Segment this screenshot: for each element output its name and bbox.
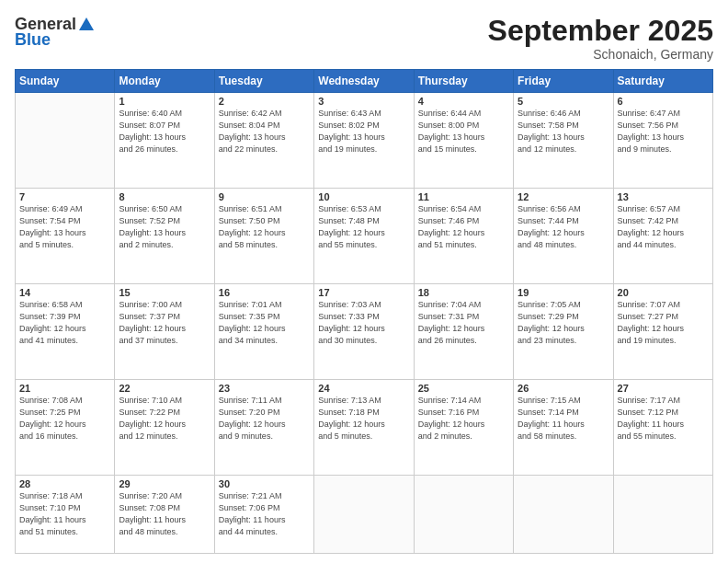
calendar-cell: 27Sunrise: 7:17 AM Sunset: 7:12 PM Dayli…	[613, 379, 712, 475]
calendar-cell: 3Sunrise: 6:43 AM Sunset: 8:02 PM Daylig…	[314, 93, 414, 189]
calendar-cell: 17Sunrise: 7:03 AM Sunset: 7:33 PM Dayli…	[314, 283, 414, 379]
day-number: 6	[618, 96, 709, 107]
day-info: Sunrise: 7:21 AM Sunset: 7:06 PM Dayligh…	[219, 490, 310, 538]
day-number: 24	[318, 383, 409, 394]
calendar-cell: 18Sunrise: 7:04 AM Sunset: 7:31 PM Dayli…	[414, 283, 513, 379]
day-info: Sunrise: 6:40 AM Sunset: 8:07 PM Dayligh…	[119, 108, 210, 155]
day-info: Sunrise: 6:53 AM Sunset: 7:48 PM Dayligh…	[318, 203, 409, 251]
day-number: 22	[119, 383, 210, 394]
day-info: Sunrise: 6:58 AM Sunset: 7:39 PM Dayligh…	[19, 299, 110, 347]
calendar-cell: 24Sunrise: 7:13 AM Sunset: 7:18 PM Dayli…	[314, 379, 414, 475]
calendar-cell: 14Sunrise: 6:58 AM Sunset: 7:39 PM Dayli…	[16, 283, 115, 379]
calendar-cell: 11Sunrise: 6:54 AM Sunset: 7:46 PM Dayli…	[414, 189, 513, 284]
day-number: 7	[19, 191, 110, 202]
day-number: 2	[219, 96, 310, 107]
day-info: Sunrise: 6:49 AM Sunset: 7:54 PM Dayligh…	[19, 203, 110, 251]
calendar-cell: 15Sunrise: 7:00 AM Sunset: 7:37 PM Dayli…	[115, 283, 214, 379]
day-info: Sunrise: 6:46 AM Sunset: 7:58 PM Dayligh…	[518, 108, 609, 155]
day-number: 26	[518, 383, 609, 394]
day-info: Sunrise: 7:14 AM Sunset: 7:16 PM Dayligh…	[418, 395, 509, 442]
calendar-cell: 5Sunrise: 6:46 AM Sunset: 7:58 PM Daylig…	[514, 93, 613, 189]
day-number: 18	[418, 287, 509, 298]
weekday-header-monday: Monday	[115, 70, 214, 93]
calendar-cell: 10Sunrise: 6:53 AM Sunset: 7:48 PM Dayli…	[314, 189, 414, 284]
calendar-table: SundayMondayTuesdayWednesdayThursdayFrid…	[15, 69, 713, 554]
day-info: Sunrise: 7:05 AM Sunset: 7:29 PM Dayligh…	[518, 299, 609, 347]
day-number: 9	[219, 191, 310, 202]
calendar-week-4: 21Sunrise: 7:08 AM Sunset: 7:25 PM Dayli…	[16, 379, 713, 475]
weekday-header-wednesday: Wednesday	[314, 70, 414, 93]
calendar-header-row: SundayMondayTuesdayWednesdayThursdayFrid…	[16, 70, 713, 93]
day-info: Sunrise: 6:47 AM Sunset: 7:56 PM Dayligh…	[618, 108, 709, 155]
day-info: Sunrise: 7:15 AM Sunset: 7:14 PM Dayligh…	[518, 395, 609, 442]
logo-triangle-icon	[77, 16, 96, 34]
day-number: 8	[119, 191, 210, 202]
day-number: 21	[19, 383, 110, 394]
day-number: 23	[219, 383, 310, 394]
day-number: 30	[219, 478, 310, 489]
day-info: Sunrise: 6:50 AM Sunset: 7:52 PM Dayligh…	[119, 203, 210, 251]
day-info: Sunrise: 7:01 AM Sunset: 7:35 PM Dayligh…	[219, 299, 310, 347]
calendar-cell: 19Sunrise: 7:05 AM Sunset: 7:29 PM Dayli…	[514, 283, 613, 379]
calendar-cell: 28Sunrise: 7:18 AM Sunset: 7:10 PM Dayli…	[16, 475, 115, 553]
day-number: 4	[418, 96, 509, 107]
day-number: 25	[418, 383, 509, 394]
weekday-header-thursday: Thursday	[414, 70, 513, 93]
calendar-week-3: 14Sunrise: 6:58 AM Sunset: 7:39 PM Dayli…	[16, 283, 713, 379]
calendar-cell	[314, 475, 414, 553]
day-info: Sunrise: 7:10 AM Sunset: 7:22 PM Dayligh…	[119, 395, 210, 442]
calendar-cell: 13Sunrise: 6:57 AM Sunset: 7:42 PM Dayli…	[613, 189, 712, 284]
day-number: 12	[518, 191, 609, 202]
day-number: 17	[318, 287, 409, 298]
day-info: Sunrise: 7:00 AM Sunset: 7:37 PM Dayligh…	[119, 299, 210, 347]
day-info: Sunrise: 7:11 AM Sunset: 7:20 PM Dayligh…	[219, 395, 310, 442]
day-info: Sunrise: 6:42 AM Sunset: 8:04 PM Dayligh…	[219, 108, 310, 155]
calendar-cell	[514, 475, 613, 553]
calendar-cell: 26Sunrise: 7:15 AM Sunset: 7:14 PM Dayli…	[514, 379, 613, 475]
day-number: 28	[19, 478, 110, 489]
calendar-cell: 16Sunrise: 7:01 AM Sunset: 7:35 PM Dayli…	[214, 283, 313, 379]
calendar-cell: 7Sunrise: 6:49 AM Sunset: 7:54 PM Daylig…	[16, 189, 115, 284]
calendar-cell: 30Sunrise: 7:21 AM Sunset: 7:06 PM Dayli…	[214, 475, 313, 553]
calendar-cell: 1Sunrise: 6:40 AM Sunset: 8:07 PM Daylig…	[115, 93, 214, 189]
day-info: Sunrise: 7:18 AM Sunset: 7:10 PM Dayligh…	[19, 490, 110, 538]
page: General Blue September 2025 Schonaich, G…	[0, 0, 728, 563]
day-number: 27	[618, 383, 709, 394]
calendar-cell	[16, 93, 115, 189]
day-info: Sunrise: 7:17 AM Sunset: 7:12 PM Dayligh…	[618, 395, 709, 442]
weekday-header-saturday: Saturday	[613, 70, 712, 93]
weekday-header-tuesday: Tuesday	[214, 70, 313, 93]
day-info: Sunrise: 7:20 AM Sunset: 7:08 PM Dayligh…	[119, 490, 210, 538]
location: Schonaich, Germany	[488, 47, 713, 62]
logo-blue-text: Blue	[15, 30, 51, 50]
calendar-cell: 23Sunrise: 7:11 AM Sunset: 7:20 PM Dayli…	[214, 379, 313, 475]
day-number: 5	[518, 96, 609, 107]
day-info: Sunrise: 6:51 AM Sunset: 7:50 PM Dayligh…	[219, 203, 310, 251]
day-number: 29	[119, 478, 210, 489]
calendar-cell: 8Sunrise: 6:50 AM Sunset: 7:52 PM Daylig…	[115, 189, 214, 284]
day-number: 11	[418, 191, 509, 202]
day-info: Sunrise: 7:13 AM Sunset: 7:18 PM Dayligh…	[318, 395, 409, 442]
calendar-cell: 29Sunrise: 7:20 AM Sunset: 7:08 PM Dayli…	[115, 475, 214, 553]
weekday-header-friday: Friday	[514, 70, 613, 93]
day-number: 13	[618, 191, 709, 202]
calendar-cell: 20Sunrise: 7:07 AM Sunset: 7:27 PM Dayli…	[613, 283, 712, 379]
calendar-cell: 12Sunrise: 6:56 AM Sunset: 7:44 PM Dayli…	[514, 189, 613, 284]
day-number: 10	[318, 191, 409, 202]
weekday-header-sunday: Sunday	[16, 70, 115, 93]
title-block: September 2025 Schonaich, Germany	[488, 15, 713, 62]
header: General Blue September 2025 Schonaich, G…	[15, 15, 713, 62]
calendar-cell: 4Sunrise: 6:44 AM Sunset: 8:00 PM Daylig…	[414, 93, 513, 189]
calendar-week-5: 28Sunrise: 7:18 AM Sunset: 7:10 PM Dayli…	[16, 475, 713, 553]
calendar-week-1: 1Sunrise: 6:40 AM Sunset: 8:07 PM Daylig…	[16, 93, 713, 189]
day-number: 14	[19, 287, 110, 298]
day-info: Sunrise: 6:57 AM Sunset: 7:42 PM Dayligh…	[618, 203, 709, 251]
day-info: Sunrise: 7:04 AM Sunset: 7:31 PM Dayligh…	[418, 299, 509, 347]
calendar-cell	[613, 475, 712, 553]
calendar-cell: 22Sunrise: 7:10 AM Sunset: 7:22 PM Dayli…	[115, 379, 214, 475]
day-info: Sunrise: 6:44 AM Sunset: 8:00 PM Dayligh…	[418, 108, 509, 155]
day-info: Sunrise: 6:43 AM Sunset: 8:02 PM Dayligh…	[318, 108, 409, 155]
day-info: Sunrise: 7:03 AM Sunset: 7:33 PM Dayligh…	[318, 299, 409, 347]
day-number: 15	[119, 287, 210, 298]
calendar-cell: 21Sunrise: 7:08 AM Sunset: 7:25 PM Dayli…	[16, 379, 115, 475]
